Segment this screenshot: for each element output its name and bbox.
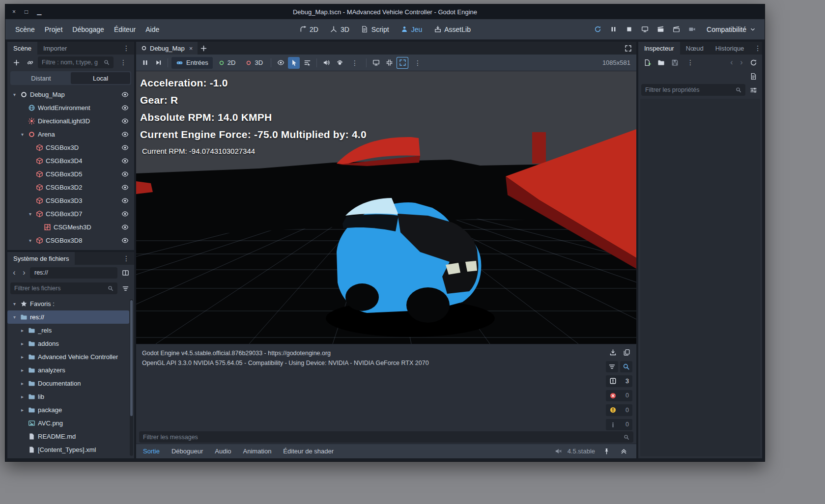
history-back-button[interactable]: ‹ bbox=[10, 267, 18, 278]
scrollbar-thumb[interactable] bbox=[130, 300, 133, 416]
menu-debogage[interactable]: Débogage bbox=[67, 23, 109, 36]
stretch-view-button[interactable] bbox=[397, 57, 408, 69]
tree-arrow-icon[interactable]: ▸ bbox=[19, 381, 26, 386]
visibility-toggle[interactable] bbox=[121, 184, 132, 191]
local-button[interactable]: Local bbox=[71, 72, 130, 84]
filesystem-tab[interactable]: Système de fichiers bbox=[7, 252, 75, 265]
collapse-arrow-icon[interactable]: ▾ bbox=[11, 92, 18, 97]
filesystem-row[interactable]: ▾Favoris : bbox=[7, 297, 134, 310]
movie-mode-button[interactable] bbox=[685, 23, 699, 36]
expand-panel-button[interactable] bbox=[618, 446, 629, 457]
debug-paint-button[interactable] bbox=[334, 57, 345, 69]
embed-options-button[interactable] bbox=[370, 57, 382, 69]
play-custom-scene-button[interactable] bbox=[669, 23, 683, 36]
tree-arrow-icon[interactable]: ▾ bbox=[11, 301, 18, 307]
scene-tree-row[interactable]: CSGBox3D3 bbox=[7, 194, 134, 207]
select-mode-button[interactable] bbox=[288, 57, 300, 69]
tab-historique[interactable]: Historique bbox=[710, 42, 750, 55]
copy-output-button[interactable] bbox=[621, 346, 632, 358]
pause-button[interactable] bbox=[606, 23, 620, 36]
inspector-back-button[interactable]: ‹ bbox=[728, 57, 736, 68]
camera-3d-button[interactable]: 3D bbox=[241, 57, 267, 69]
input-mode-button[interactable]: Entrées bbox=[171, 57, 213, 69]
titlebar[interactable]: × □ ▁ Debug_Map.tscn - MAdvanced Vehicle… bbox=[5, 4, 765, 19]
bottom-tab-audio[interactable]: Audio bbox=[215, 448, 231, 455]
property-filter-input[interactable]: Filtrer les propriétés bbox=[641, 84, 745, 96]
open-docs-button[interactable] bbox=[747, 70, 759, 82]
info-counter[interactable]: 0 bbox=[606, 419, 632, 431]
menu-aide[interactable]: Aide bbox=[141, 23, 164, 36]
workspace-2d[interactable]: 2D bbox=[295, 23, 323, 36]
mute-game-audio-button[interactable] bbox=[320, 57, 332, 69]
search-output-button[interactable] bbox=[620, 361, 632, 372]
visibility-toggle[interactable] bbox=[121, 131, 132, 138]
load-resource-button[interactable] bbox=[655, 56, 667, 68]
bottom-tab-sortie[interactable]: Sortie bbox=[143, 448, 160, 455]
scene-tree-row[interactable]: WorldEnvironment bbox=[7, 101, 134, 114]
scene-tree-row[interactable]: DirectionalLight3D bbox=[7, 114, 134, 128]
minimize-window-button[interactable]: ▁ bbox=[37, 8, 41, 15]
scene-filter-input[interactable]: Filtre : nom, t:type, g bbox=[38, 56, 114, 68]
filter-output-button[interactable] bbox=[606, 361, 618, 372]
visibility-toggle[interactable] bbox=[121, 170, 132, 178]
visibility-toggle[interactable] bbox=[121, 117, 132, 125]
filesystem-menu-button[interactable]: ⋮ bbox=[118, 252, 134, 265]
tree-arrow-icon[interactable]: ▸ bbox=[19, 407, 26, 413]
resource-menu-button[interactable]: ⋮ bbox=[683, 58, 698, 66]
menu-projet[interactable]: Projet bbox=[40, 23, 68, 36]
scene-tree-row[interactable]: CSGBox3D4 bbox=[7, 154, 134, 168]
scene-tree-row[interactable]: CSGMesh3D bbox=[7, 221, 134, 234]
new-resource-button[interactable] bbox=[641, 56, 653, 68]
scene-toolbar-menu-button[interactable]: ⋮ bbox=[115, 58, 131, 66]
workspace-3d[interactable]: 3D bbox=[326, 23, 354, 36]
tree-arrow-icon[interactable]: ▸ bbox=[19, 394, 26, 399]
maximize-window-button[interactable]: □ bbox=[25, 8, 28, 15]
view-menu-button[interactable]: ⋮ bbox=[410, 59, 426, 67]
renderer-select[interactable]: Compatibilité bbox=[701, 24, 760, 35]
scene-tree-row[interactable]: ▾Debug_Map bbox=[7, 88, 134, 101]
expand-viewport-button[interactable] bbox=[622, 42, 634, 54]
tree-arrow-icon[interactable]: ▾ bbox=[11, 314, 18, 320]
errors-counter[interactable]: 0 bbox=[606, 390, 632, 402]
filesystem-row[interactable]: AVC.png bbox=[7, 417, 134, 430]
visibility-toggle[interactable] bbox=[121, 237, 132, 244]
restart-button[interactable] bbox=[591, 23, 604, 36]
filesystem-row[interactable]: ▸Documentation bbox=[7, 377, 134, 390]
camera-override-button[interactable] bbox=[275, 57, 286, 69]
scene-tree-row[interactable]: ▾CSGBox3D8 bbox=[7, 234, 134, 247]
game-options-menu-button[interactable]: ⋮ bbox=[347, 59, 363, 67]
filesystem-row[interactable]: ▸Advanced Vehicle Controller bbox=[7, 350, 134, 364]
next-frame-button[interactable] bbox=[152, 57, 164, 69]
scene-tree-row[interactable]: ▾CSGBox3D7 bbox=[7, 207, 134, 221]
scene-tree-row[interactable]: ▾Arena bbox=[7, 128, 134, 141]
collapse-arrow-icon[interactable]: ▾ bbox=[19, 132, 26, 137]
close-window-button[interactable]: × bbox=[12, 8, 16, 15]
collapse-arrow-icon[interactable]: ▾ bbox=[27, 211, 33, 217]
workspace-assetlib[interactable]: AssetLib bbox=[429, 23, 475, 36]
history-forward-button[interactable]: › bbox=[20, 267, 28, 278]
new-scene-tab-button[interactable] bbox=[198, 42, 209, 54]
scene-tree-row[interactable]: CSGBox3D2 bbox=[7, 181, 134, 194]
shrink-view-button[interactable] bbox=[383, 57, 395, 69]
tree-arrow-icon[interactable]: ▸ bbox=[19, 354, 26, 360]
warnings-counter[interactable]: 0 bbox=[606, 404, 632, 416]
menu-editeur[interactable]: Éditeur bbox=[109, 23, 141, 36]
property-tools-button[interactable] bbox=[747, 84, 759, 96]
mute-icon[interactable] bbox=[555, 448, 562, 455]
filesystem-row[interactable]: README.md bbox=[7, 430, 134, 443]
remote-debug-button[interactable] bbox=[638, 23, 652, 36]
visibility-toggle[interactable] bbox=[121, 144, 132, 151]
pause-game-button[interactable] bbox=[139, 57, 151, 69]
filesystem-row[interactable]: ▸lib bbox=[7, 390, 134, 403]
visibility-toggle[interactable] bbox=[121, 104, 132, 112]
filesystem-row[interactable]: ▸_rels bbox=[7, 324, 134, 337]
inspector-history-button[interactable] bbox=[747, 56, 759, 68]
camera-2d-button[interactable]: 2D bbox=[214, 57, 240, 69]
issues-counter[interactable]: 3 bbox=[606, 375, 632, 387]
filesystem-row[interactable]: ▸analyzers bbox=[7, 364, 134, 377]
tab-importer[interactable]: Importer bbox=[37, 42, 73, 55]
play-scene-button[interactable] bbox=[654, 23, 667, 36]
visibility-toggle[interactable] bbox=[121, 224, 132, 231]
file-filter-input[interactable]: Filtrer les fichiers bbox=[10, 282, 117, 294]
bottom-tab-editeur-de-shader[interactable]: Éditeur de shader bbox=[283, 448, 334, 455]
